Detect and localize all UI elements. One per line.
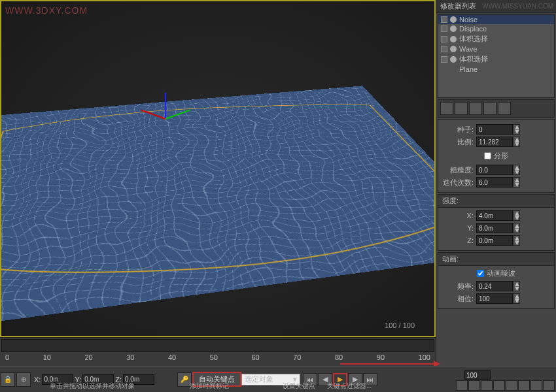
strength-y-input[interactable] [476,223,513,233]
stack-item-displace[interactable]: Displace [438,24,554,33]
viewport[interactable]: WWW.3DXY.COM 100 / 100 [0,0,436,337]
bulb-icon[interactable] [450,46,457,52]
bulb-icon[interactable] [450,36,457,42]
time-tag-hint[interactable]: 添加时间标记 [190,382,229,391]
spinner-icon[interactable]: ▲▼ [513,137,520,147]
stack-item-volsel2[interactable]: 体积选择 [438,54,554,65]
status-hint: 单击并拖动以选择并移动对象 [50,382,135,391]
phase-input[interactable] [476,293,513,304]
animnoise-label: 动画噪波 [487,269,515,278]
pan-icon[interactable] [518,380,530,391]
zoom-extents-icon[interactable] [506,380,517,391]
stack-label: 体积选择 [459,54,488,64]
strength-title: 强度: [438,195,554,208]
iter-label: 迭代次数: [441,178,474,188]
spinner-icon[interactable]: ▲▼ [513,235,520,246]
frame-input[interactable] [464,370,491,380]
x-label: X: [441,212,474,220]
annotation-arrow [340,363,438,365]
noise-params: 种子:▲▼ 比例:▲▼ 分形 粗糙度:▲▼ 迭代次数:▲▼ [438,119,555,193]
fractal-label: 分形 [494,151,508,161]
svg-rect-1 [0,86,436,331]
lock-button[interactable]: 🔒 [1,372,15,387]
stack-item-noise[interactable]: Noise [438,15,554,24]
modifier-panel: 修改器列表 WWW.MISSYUAN.COM Noise Displace 体积… [436,0,556,392]
set-key-hint[interactable]: 设置关键点 [283,382,315,391]
remove-modifier-button[interactable] [483,102,496,115]
pin-stack-button[interactable] [440,102,453,115]
modifier-stack[interactable]: Noise Displace 体积选择 Wave 体积选择 Plane [438,14,555,98]
show-end-button[interactable] [455,102,468,115]
stack-toolbar [438,99,555,118]
fractal-checkbox[interactable] [484,152,491,159]
expand-icon[interactable] [441,46,447,52]
stack-label: Displace [459,25,487,33]
expand-icon[interactable] [441,25,447,32]
sel-lock-button[interactable]: ⊕ [16,372,31,387]
strength-params: 强度: X:▲▼ Y:▲▼ Z:▲▼ [438,194,555,251]
timeline-ticks: 0102030405060708090100 [0,353,436,361]
mesh-wireframe [0,86,436,331]
rough-input[interactable] [476,165,513,175]
scale-input[interactable] [476,137,513,147]
orbit-icon[interactable] [530,380,542,391]
zoom-icon[interactable] [468,380,480,391]
animnoise-checkbox[interactable] [477,270,484,277]
configure-button[interactable] [498,102,511,115]
anim-params: 动画: 动画噪波 频率:▲▼ 相位:▲▼ [438,252,555,309]
timeline[interactable]: 0102030405060708090100 [0,337,436,366]
spinner-icon[interactable]: ▲▼ [513,210,520,221]
gizmo-z-axis[interactable] [165,93,166,119]
stack-label: Plane [459,65,478,73]
stack-label: 体积选择 [459,34,488,44]
stack-item-wave[interactable]: Wave [438,44,554,54]
fov-icon[interactable] [493,380,505,391]
freq-input[interactable] [476,281,513,291]
watermark-3dxy: WWW.3DXY.COM [5,5,88,16]
seed-input[interactable] [476,124,513,135]
bulb-icon[interactable] [450,56,457,63]
stack-item-volsel1[interactable]: 体积选择 [438,33,554,44]
spinner-icon[interactable]: ▲▼ [513,223,520,233]
bulb-icon[interactable] [450,25,457,32]
stack-item-plane[interactable]: Plane [438,65,554,74]
strength-z-input[interactable] [476,235,513,246]
anim-title: 动画: [438,253,554,266]
spinner-icon[interactable]: ▲▼ [513,124,520,135]
spinner-icon[interactable]: ▲▼ [513,281,520,291]
time-slider[interactable] [1,339,434,352]
iter-input[interactable] [476,177,513,188]
expand-icon[interactable] [441,36,447,42]
x-coord-label: X: [34,376,41,384]
spinner-icon[interactable]: ▲▼ [513,293,520,304]
expand-icon[interactable] [441,16,447,23]
seed-label: 种子: [441,125,474,135]
watermark-missyuan: WWW.MISSYUAN.COM [482,3,553,10]
spinner-icon[interactable]: ▲▼ [513,177,520,188]
time-config-button[interactable] [456,380,468,391]
bulb-icon[interactable] [450,16,457,23]
z-label: Z: [441,237,474,244]
viewport-nav-icons [456,380,555,391]
freq-label: 频率: [441,282,474,291]
spinner-icon[interactable]: ▲▼ [513,165,520,175]
key-filters-hint[interactable]: 关键点过滤器... [327,382,372,391]
zoom-all-icon[interactable] [481,380,493,391]
maximize-icon[interactable] [543,380,555,391]
y-label: Y: [441,224,474,232]
unique-button[interactable] [469,102,482,115]
current-frame [464,370,491,380]
scale-label: 比例: [441,137,474,147]
phase-label: 相位: [441,294,474,304]
expand-icon[interactable] [441,56,447,63]
stack-label: Wave [459,45,478,53]
frame-indicator: 100 / 100 [385,321,415,329]
stack-label: Noise [459,16,478,24]
strength-x-input[interactable] [476,210,513,221]
rough-label: 粗糙度: [441,165,474,175]
